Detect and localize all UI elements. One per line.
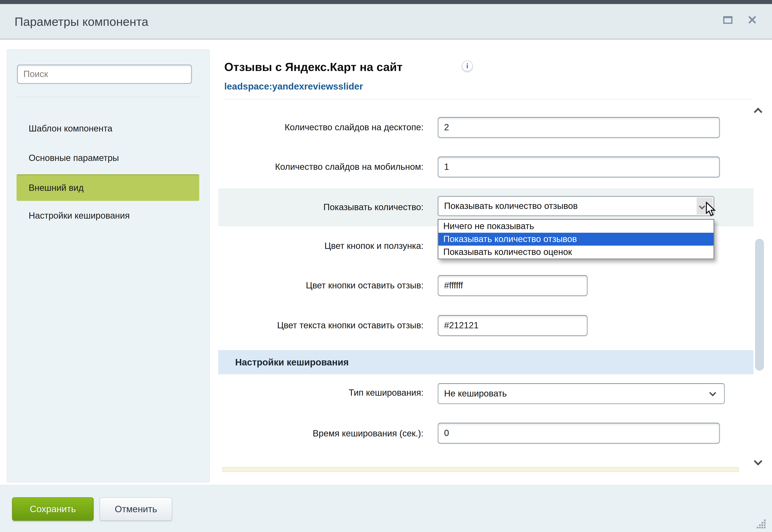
show-count-selected-value: Показывать количество отзывов xyxy=(444,197,578,215)
caching-section-title: Настройки кеширования xyxy=(235,350,349,374)
scroll-up-icon[interactable] xyxy=(754,108,762,116)
component-id-label: leadspace:yandexreviewsslider xyxy=(224,81,363,92)
cache-type-select[interactable]: Не кешировать xyxy=(438,383,725,404)
chevron-down-icon xyxy=(699,203,705,209)
component-parameters-dialog: Параметры компонента ✕ Шаблон компонента… xyxy=(0,0,772,532)
sidebar-item-main-params[interactable]: Основные параметры xyxy=(17,147,199,169)
save-button[interactable]: Сохранить xyxy=(12,497,94,521)
review-btn-text-color-label: Цвет текста кнопки оставить отзыв: xyxy=(224,317,424,334)
chevron-down-icon xyxy=(709,389,716,396)
show-count-dropdown-list: Ничего не показывать Показывать количест… xyxy=(438,219,714,259)
page-title: Отзывы с Яндекс.Карт на сайт xyxy=(224,61,403,74)
next-section-edge xyxy=(222,467,739,472)
slides-desktop-label: Количество слайдов на десктопе: xyxy=(224,119,424,136)
sidebar-item-caching[interactable]: Настройки кеширования xyxy=(17,204,199,227)
slides-mobile-label: Количество слайдов на мобильном: xyxy=(224,158,424,176)
dropdown-option-ratings-count[interactable]: Показывать количество оценок xyxy=(438,246,714,259)
buttons-color-label: Цвет кнопок и ползунка: xyxy=(224,237,424,255)
review-btn-color-input[interactable] xyxy=(438,275,588,296)
search-input[interactable] xyxy=(17,65,192,84)
dropdown-option-reviews-count[interactable]: Показывать количество отзывов xyxy=(438,233,714,246)
scroll-down-icon[interactable] xyxy=(754,457,762,465)
resize-grip[interactable] xyxy=(756,519,766,529)
cancel-button[interactable]: Отменить xyxy=(100,497,172,521)
header-divider xyxy=(224,99,753,100)
review-btn-text-color-input[interactable] xyxy=(438,315,588,336)
sidebar xyxy=(7,49,210,482)
sidebar-item-template[interactable]: Шаблон компонента xyxy=(17,117,199,140)
show-count-label: Показывать количество: xyxy=(224,198,424,216)
scrollbar-thumb[interactable] xyxy=(755,239,764,371)
maximize-icon[interactable] xyxy=(723,16,732,24)
cache-type-label: Тип кеширования: xyxy=(224,384,424,402)
sidebar-divider xyxy=(17,97,199,97)
dialog-titlebar: Параметры компонента xyxy=(0,4,772,40)
dropdown-option-none[interactable]: Ничего не показывать xyxy=(438,220,714,233)
dialog-footer: Сохранить Отменить xyxy=(0,485,772,532)
select-dropdown-button[interactable] xyxy=(697,198,713,215)
close-icon[interactable]: ✕ xyxy=(744,10,760,31)
sidebar-item-appearance[interactable]: Внешний вид xyxy=(17,174,199,201)
cache-time-label: Время кеширования (сек.): xyxy=(224,425,424,442)
window-top-strip xyxy=(0,0,772,4)
cache-time-input[interactable] xyxy=(438,423,720,444)
caching-section-header: Настройки кеширования xyxy=(218,350,753,374)
info-icon[interactable]: i xyxy=(462,61,473,71)
dialog-title: Параметры компонента xyxy=(15,4,148,40)
cache-type-selected-value: Не кешировать xyxy=(444,384,507,403)
show-count-select[interactable]: Показывать количество отзывов xyxy=(438,196,714,216)
review-btn-color-label: Цвет кнопки оставить отзыв: xyxy=(224,277,424,294)
slides-mobile-input[interactable] xyxy=(438,156,720,177)
slides-desktop-input[interactable] xyxy=(438,117,720,138)
